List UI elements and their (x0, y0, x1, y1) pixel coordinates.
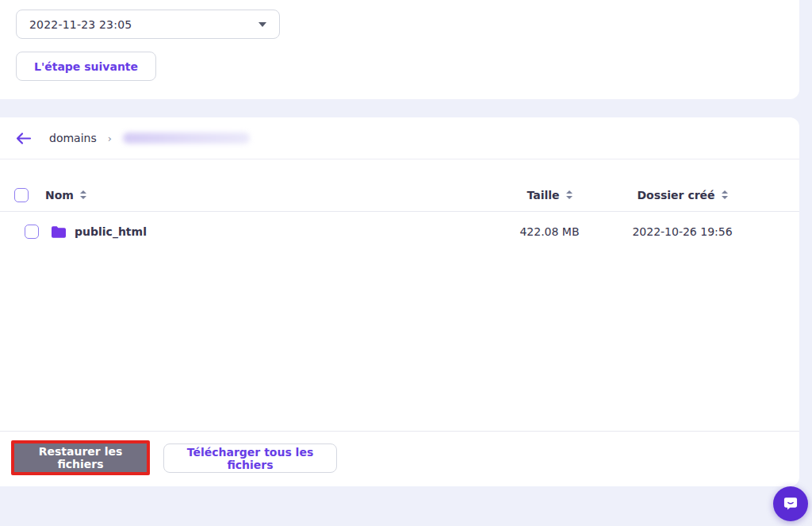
column-header-created[interactable]: Dossier créé (637, 189, 714, 202)
backup-date-panel: 2022-11-23 23:05 L'étape suivante (0, 0, 799, 99)
breadcrumb-current-blurred (123, 132, 250, 144)
restore-files-button[interactable]: Restaurer les fichiers (14, 443, 147, 472)
annotation-highlight-box: Restaurer les fichiers (11, 440, 150, 475)
select-all-checkbox[interactable] (14, 188, 29, 202)
breadcrumb-root[interactable]: domains (49, 132, 97, 144)
chat-bubble-icon (782, 495, 799, 513)
chat-launcher-button[interactable] (773, 486, 808, 521)
back-arrow-icon[interactable] (16, 132, 32, 145)
file-size: 422.08 MB (519, 225, 579, 238)
download-all-files-button[interactable]: Télécharger tous les fichiers (163, 443, 337, 473)
file-created-date: 2022-10-26 19:56 (632, 225, 732, 238)
column-header-size[interactable]: Taille (527, 189, 559, 202)
table-row[interactable]: public_html 422.08 MB 2022-10-26 19:56 (0, 213, 799, 251)
file-name[interactable]: public_html (75, 225, 147, 238)
breadcrumb: domains › (0, 117, 799, 159)
table-header-row: Nom Taille Dossier créé (0, 179, 799, 212)
next-step-button[interactable]: L'étape suivante (16, 52, 156, 81)
footer-divider (0, 431, 799, 432)
backup-date-dropdown[interactable]: 2022-11-23 23:05 (16, 10, 280, 39)
folder-icon (52, 226, 66, 238)
chevron-down-icon (259, 22, 266, 27)
sort-icon[interactable] (566, 190, 573, 199)
backup-date-value: 2022-11-23 23:05 (29, 18, 259, 31)
sort-icon[interactable] (80, 190, 86, 199)
column-header-name[interactable]: Nom (45, 189, 74, 202)
sort-icon[interactable] (722, 190, 728, 199)
file-browser-panel: domains › Nom Taille Dossier créé (0, 117, 799, 486)
breadcrumb-separator: › (108, 132, 112, 144)
row-checkbox[interactable] (25, 225, 39, 239)
